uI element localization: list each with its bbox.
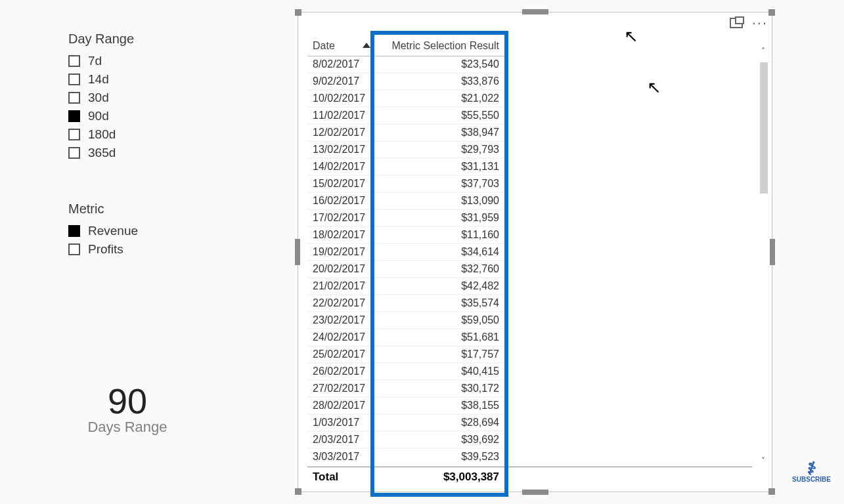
day-range-item[interactable]: 365d — [68, 144, 239, 162]
subscribe-badge: ⚕ SUBSCRIBE — [792, 461, 831, 483]
value-cell: $39,692 — [373, 431, 504, 448]
metric-item[interactable]: Profits — [68, 240, 239, 259]
date-cell: 13/02/2017 — [307, 141, 373, 158]
day-range-item[interactable]: 180d — [68, 125, 239, 144]
date-cell: 23/02/2017 — [307, 312, 373, 329]
table-row[interactable]: 24/02/2017$51,681 — [307, 329, 504, 346]
table-row[interactable]: 2/03/2017$39,692 — [307, 431, 504, 448]
table-row[interactable]: 1/03/2017$28,694 — [307, 414, 504, 431]
date-cell: 18/02/2017 — [307, 226, 373, 243]
table-total-row: Total $3,003,387 — [307, 467, 752, 486]
table-visual-container[interactable]: ··· Date Metric Selection Result 8/02/20… — [298, 12, 772, 492]
date-cell: 27/02/2017 — [307, 380, 373, 397]
table-row[interactable]: 19/02/2017$34,614 — [307, 243, 504, 261]
value-cell: $30,172 — [373, 380, 504, 397]
table-row[interactable]: 3/03/2017$39,523 — [307, 448, 504, 464]
checkbox-icon[interactable] — [68, 92, 80, 104]
metric-label: Revenue — [88, 224, 138, 238]
value-cell: $31,131 — [373, 158, 504, 175]
table-row[interactable]: 13/02/2017$29,793 — [307, 141, 504, 158]
table-row[interactable]: 26/02/2017$40,415 — [307, 363, 504, 380]
table-row[interactable]: 15/02/2017$37,703 — [307, 175, 504, 192]
date-cell: 9/02/2017 — [307, 73, 373, 90]
resize-handle[interactable] — [295, 239, 300, 265]
day-range-label: 180d — [88, 127, 116, 142]
date-cell: 24/02/2017 — [307, 329, 373, 346]
table-body-wrap: Date Metric Selection Result 8/02/2017$2… — [307, 36, 752, 464]
table-row[interactable]: 22/02/2017$35,574 — [307, 295, 504, 312]
value-cell: $29,793 — [373, 141, 504, 158]
date-cell: 28/02/2017 — [307, 397, 373, 414]
total-label: Total — [307, 471, 380, 484]
day-range-label: 365d — [88, 146, 116, 160]
day-range-item[interactable]: 90d — [68, 107, 239, 125]
value-cell: $38,155 — [373, 397, 504, 414]
dna-icon: ⚕ — [805, 460, 819, 477]
table-row[interactable]: 12/02/2017$38,947 — [307, 124, 504, 141]
checkbox-icon[interactable] — [68, 129, 80, 140]
resize-handle[interactable] — [295, 488, 301, 495]
value-cell: $13,090 — [373, 192, 504, 209]
day-range-label: 30d — [88, 91, 109, 105]
table-row[interactable]: 17/02/2017$31,959 — [307, 209, 504, 226]
metric-label: Profits — [88, 242, 123, 257]
date-cell: 10/02/2017 — [307, 90, 373, 107]
day-range-item[interactable]: 14d — [68, 70, 239, 89]
value-cell: $39,523 — [373, 448, 504, 464]
resize-handle[interactable] — [522, 490, 548, 495]
day-range-item[interactable]: 7d — [68, 52, 239, 70]
value-cell: $28,694 — [373, 414, 504, 431]
table-row[interactable]: 18/02/2017$11,160 — [307, 226, 504, 243]
day-range-label: 7d — [88, 54, 102, 68]
sort-asc-icon — [363, 43, 370, 48]
resize-handle[interactable] — [768, 9, 775, 16]
table-row[interactable]: 27/02/2017$30,172 — [307, 380, 504, 397]
focus-mode-icon[interactable] — [730, 18, 743, 28]
checkbox-icon[interactable] — [68, 55, 80, 67]
metric-item[interactable]: Revenue — [68, 222, 239, 240]
table-row[interactable]: 11/02/2017$55,550 — [307, 107, 504, 124]
day-range-item[interactable]: 30d — [68, 89, 239, 107]
value-cell: $17,757 — [373, 346, 504, 363]
table-row[interactable]: 14/02/2017$31,131 — [307, 158, 504, 175]
more-options-icon[interactable]: ··· — [752, 18, 768, 28]
card-value: 90 — [68, 381, 187, 421]
value-cell: $32,760 — [373, 261, 504, 278]
resize-handle[interactable] — [295, 9, 301, 16]
checkbox-icon[interactable] — [68, 225, 80, 237]
checkbox-icon[interactable] — [68, 147, 80, 159]
table-row[interactable]: 16/02/2017$13,090 — [307, 192, 504, 209]
table-row[interactable]: 21/02/2017$42,482 — [307, 278, 504, 295]
date-cell: 20/02/2017 — [307, 261, 373, 278]
resize-handle[interactable] — [522, 9, 548, 14]
table-row[interactable]: 20/02/2017$32,760 — [307, 261, 504, 278]
resize-handle[interactable] — [770, 239, 775, 265]
date-cell: 3/03/2017 — [307, 448, 373, 464]
value-cell: $33,876 — [373, 73, 504, 90]
table-row[interactable]: 28/02/2017$38,155 — [307, 397, 504, 414]
checkbox-icon[interactable] — [68, 74, 80, 85]
date-cell: 14/02/2017 — [307, 158, 373, 175]
table-row[interactable]: 10/02/2017$21,022 — [307, 90, 504, 107]
scrollbar-thumb[interactable] — [760, 62, 768, 194]
value-cell: $23,540 — [373, 56, 504, 74]
value-cell: $51,681 — [373, 329, 504, 346]
table-row[interactable]: 23/02/2017$59,050 — [307, 312, 504, 329]
table-row[interactable]: 25/02/2017$17,757 — [307, 346, 504, 363]
date-cell: 1/03/2017 — [307, 414, 373, 431]
resize-handle[interactable] — [768, 488, 775, 495]
checkbox-icon[interactable] — [68, 243, 80, 255]
table-row[interactable]: 8/02/2017$23,540 — [307, 56, 504, 74]
scroll-up-icon[interactable]: ˄ — [759, 47, 768, 56]
checkbox-icon[interactable] — [68, 110, 80, 122]
date-cell: 17/02/2017 — [307, 209, 373, 226]
value-cell: $11,160 — [373, 226, 504, 243]
value-cell: $40,415 — [373, 363, 504, 380]
column-header-date[interactable]: Date — [307, 36, 373, 56]
column-header-metric[interactable]: Metric Selection Result — [373, 36, 504, 56]
date-cell: 26/02/2017 — [307, 363, 373, 380]
scroll-down-icon[interactable]: ˅ — [759, 456, 768, 465]
date-cell: 21/02/2017 — [307, 278, 373, 295]
table-row[interactable]: 9/02/2017$33,876 — [307, 73, 504, 90]
value-cell: $55,550 — [373, 107, 504, 124]
